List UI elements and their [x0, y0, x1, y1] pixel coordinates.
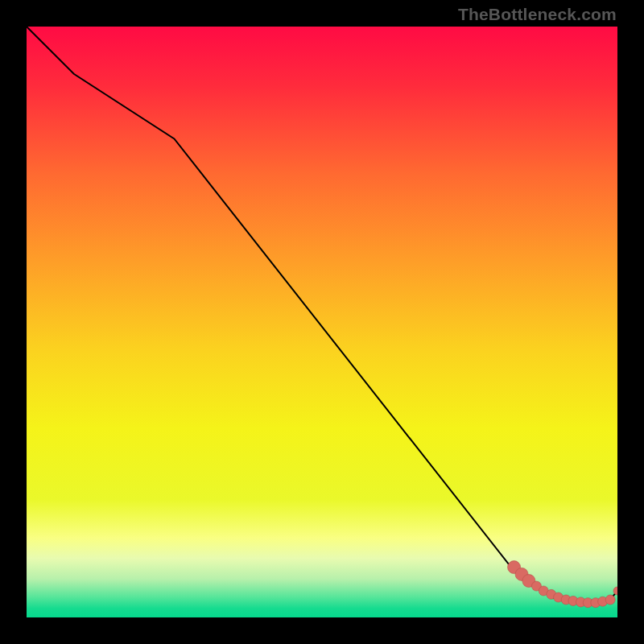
chart-container: TheBottleneck.com — [0, 0, 644, 644]
watermark-text: TheBottleneck.com — [458, 5, 617, 24]
tail-marker — [605, 595, 615, 605]
gradient-bg — [27, 27, 617, 617]
bottleneck-chart — [27, 27, 617, 617]
